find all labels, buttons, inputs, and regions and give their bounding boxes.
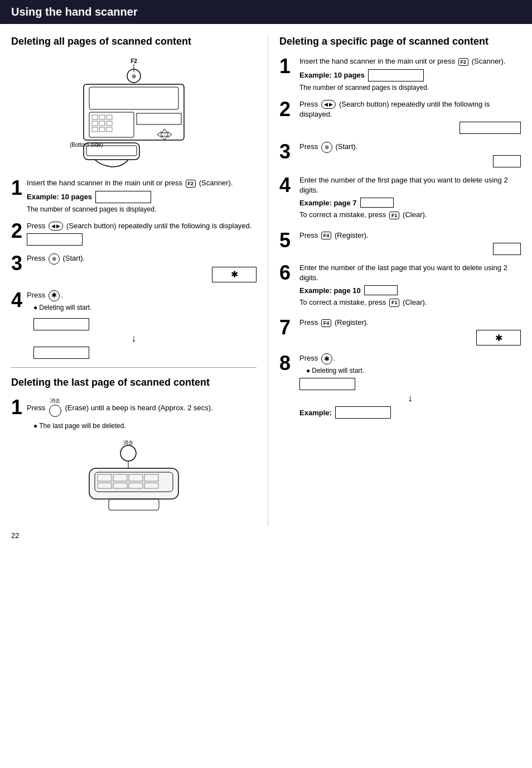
right-step8-note: Deleting will start. [299, 367, 521, 375]
right-step5-number: 5 [279, 231, 296, 251]
fax-illustration-area: F2 ⊕ [11, 56, 257, 170]
right-step2-text: Press ◀ ▶ (Search button) repeatedly unt… [299, 99, 521, 119]
left-step2: 2 Press ◀ ▶ (Search button) repeatedly u… [11, 221, 257, 246]
f2-icon: F2 [186, 180, 196, 188]
right-f2-icon: F2 [458, 58, 469, 66]
right-step4-note: To correct a mistake, press F1 (Clear). [299, 210, 521, 220]
search-icon: ◀ ▶ [49, 222, 64, 231]
erase-icon: 消去 [49, 397, 61, 420]
step2-text: Press ◀ ▶ (Search button) repeatedly unt… [27, 221, 257, 231]
right-step3: 3 Press ⊕ (Start). [279, 142, 521, 167]
right-step1-example: Example: 10 pages [299, 69, 521, 81]
right-step4-text: Enter the number of the first page that … [299, 175, 521, 195]
page-number: 22 [0, 526, 532, 545]
scanner-bottom-illustration: 消去 [11, 438, 257, 517]
right-f1-icon2: F1 [389, 299, 400, 307]
svg-rect-15 [107, 127, 112, 132]
right-step7: 7 Press F4 (Register). ✱ [279, 318, 521, 345]
step3-lcd: ✱ [212, 267, 257, 282]
right-step2: 2 Press ◀ ▶ (Search button) repeatedly u… [279, 99, 521, 134]
right-step5-text: Press F4 (Register). [299, 231, 521, 241]
right-step4-example: Example: page 7 [299, 198, 521, 208]
svg-rect-6 [89, 112, 134, 137]
right-step8-example: Example: [299, 406, 521, 419]
right-search-icon: ◀ ▶ [321, 100, 336, 109]
step2-number: 2 [11, 221, 22, 241]
svg-point-25 [120, 445, 136, 461]
left-column: Deleting all pages of scanned content F2… [11, 35, 257, 526]
right-step2-number: 2 [279, 99, 296, 119]
page-header: Using the hand scanner [0, 0, 532, 24]
right-step1-text: Insert the hand scanner in the main unit… [299, 56, 521, 66]
step1-lcd [95, 191, 151, 203]
start-icon: ⊕ [49, 253, 60, 265]
right-step6-example: Example: page 10 [299, 285, 521, 295]
right-column: Deleting a specific page of scanned cont… [268, 35, 521, 526]
svg-text:⊕: ⊕ [132, 73, 136, 79]
right-step4: 4 Enter the number of the first page tha… [279, 175, 521, 223]
step1-note: The number of scanned pages is displayed… [27, 205, 257, 213]
right-step1-number: 1 [279, 56, 296, 76]
right-start-icon: ⊕ [321, 142, 332, 153]
left-step1: 1 Insert the hand scanner in the main un… [11, 178, 257, 213]
svg-rect-27 [89, 468, 178, 499]
right-step5: 5 Press F4 (Register). [279, 231, 521, 255]
right-star-icon: ✱ [321, 353, 332, 364]
svg-text:F2: F2 [130, 58, 137, 64]
right-step6-text: Enter the number of the last page that y… [299, 263, 521, 283]
svg-rect-9 [107, 115, 112, 119]
right-step7-lcd: ✱ [476, 330, 521, 345]
right-step4-lcd [360, 198, 394, 208]
svg-marker-18 [162, 136, 167, 140]
right-step8: 8 Press ✱. Deleting will start. ↓ Exampl… [279, 353, 521, 421]
scanner-svg: 消去 [78, 438, 190, 516]
last-step1-note: The last page will be deleted. [27, 422, 257, 430]
right-step6-note: To correct a mistake, press F1 (Clear). [299, 297, 521, 308]
step1-number: 1 [11, 178, 22, 198]
right-section-title: Deleting a specific page of scanned cont… [279, 35, 521, 48]
last-step1-number: 1 [11, 397, 22, 417]
right-step1: 1 Insert the hand scanner in the main un… [279, 56, 521, 91]
right-step3-text: Press ⊕ (Start). [299, 142, 521, 153]
step4-text: Press ✱. [27, 290, 257, 301]
step3-text: Press ⊕ (Start). [27, 253, 257, 265]
section1-title: Deleting all pages of scanned content [11, 35, 257, 48]
right-f4-icon: F4 [321, 232, 332, 240]
svg-marker-19 [157, 132, 161, 137]
svg-rect-14 [99, 127, 105, 132]
left-step3: 3 Press ⊕ (Start). ✱ [11, 253, 257, 282]
section2-title: Deleting the last page of scanned conten… [11, 376, 257, 389]
svg-marker-20 [168, 132, 172, 137]
right-step7-number: 7 [279, 318, 296, 338]
right-step6-number: 6 [279, 263, 296, 283]
svg-rect-7 [92, 115, 98, 119]
header-title: Using the hand scanner [11, 6, 138, 18]
step4-note: Deleting will start. [27, 304, 257, 311]
right-step8-lcd [335, 406, 391, 419]
svg-rect-16 [137, 113, 181, 124]
svg-rect-37 [109, 499, 159, 510]
svg-rect-11 [99, 121, 105, 126]
star-icon: ✱ [49, 290, 60, 301]
right-step8-text: Press ✱. [299, 353, 521, 364]
right-f1-icon: F1 [389, 212, 400, 220]
step3-number: 3 [11, 253, 22, 273]
right-step7-text: Press F4 (Register). [299, 318, 521, 328]
right-step3-number: 3 [279, 142, 296, 162]
right-f4-icon2: F4 [321, 319, 332, 328]
right-arrow-down: ↓ [299, 392, 521, 404]
step1-text: Insert the hand scanner in the main unit… [27, 178, 257, 188]
svg-text:消去: 消去 [123, 440, 133, 445]
right-step6: 6 Enter the number of the last page that… [279, 263, 521, 310]
svg-rect-10 [92, 121, 98, 126]
section-divider [11, 367, 257, 368]
right-step4-number: 4 [279, 175, 296, 195]
svg-marker-17 [162, 129, 167, 133]
left-step4: 4 Press ✱. Deleting will start. ↓ [11, 290, 257, 359]
svg-rect-13 [92, 127, 98, 132]
arrow-down1: ↓ [11, 333, 257, 344]
svg-rect-12 [107, 121, 112, 126]
last-step1-text: Press 消去 (Erase) until a beep is heard (… [27, 397, 257, 420]
svg-rect-5 [89, 87, 178, 109]
right-step1-note: The number of scanned pages is displayed… [299, 84, 521, 92]
